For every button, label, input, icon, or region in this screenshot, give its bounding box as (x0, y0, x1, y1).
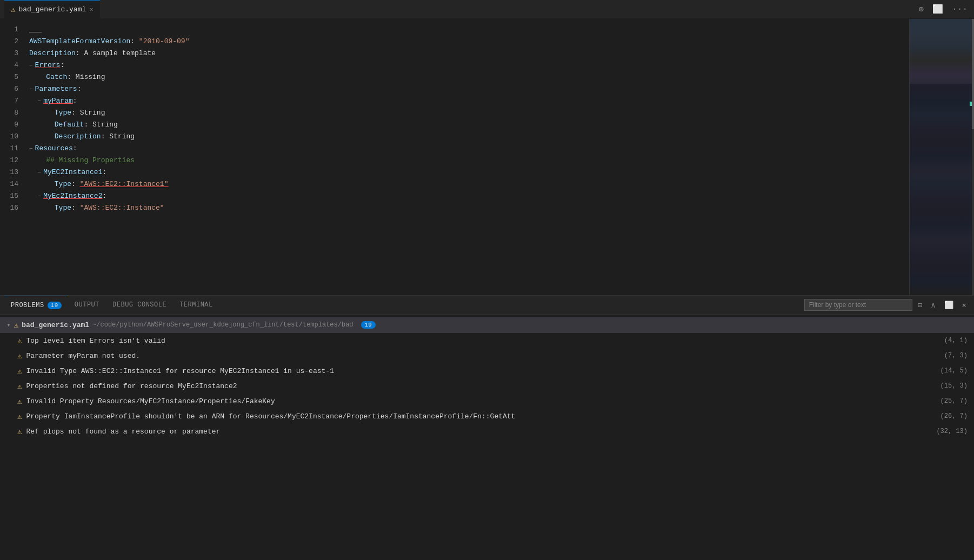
line-number-12: 12 (0, 156, 27, 164)
problem-item-5[interactable]: ⚠ Property IamInstanceProfile shouldn't … (0, 409, 974, 424)
code-line-16: 16 Type: "AWS::EC2::Instance" (0, 202, 909, 214)
problem-pos-6: (32, 13) (936, 428, 968, 435)
problems-list[interactable]: ▾ ⚠ bad_generic.yaml ~/code/python/AWSPr… (0, 315, 974, 560)
problem-text-5: Property IamInstanceProfile shouldn't be… (26, 412, 936, 421)
tab-problems[interactable]: PROBLEMS 19 (4, 296, 68, 315)
panel-tabs: PROBLEMS 19 OUTPUT DEBUG CONSOLE TERMINA… (0, 296, 974, 315)
code-line-6: 6 −Parameters: (0, 83, 909, 95)
line-number-9: 9 (0, 121, 27, 129)
file-collapse-icon: ▾ (6, 321, 11, 329)
more-actions-icon[interactable]: ··· (950, 2, 970, 16)
tab-debug-console[interactable]: DEBUG CONSOLE (106, 296, 173, 315)
line-content-8: Type: String (27, 109, 909, 117)
panel-layout-icon[interactable]: ⬜ (941, 298, 957, 312)
filter-up-icon[interactable]: ∧ (928, 298, 938, 312)
line-content-15: −MyEc2Instance2: (27, 192, 909, 200)
panel-close-icon[interactable]: ✕ (959, 298, 970, 312)
problem-text-4: Invalid Property Resources/MyEC2Instance… (26, 397, 936, 405)
problem-warning-icon-0: ⚠ (17, 336, 22, 345)
tab-bar-actions: ⊕ ⬜ ··· (917, 2, 970, 17)
problem-item-2[interactable]: ⚠ Invalid Type AWS::EC2::Instance1 for r… (0, 363, 974, 378)
problem-text-0: Top level item Errors isn't valid (26, 337, 939, 345)
code-lines: 1 ___ 2 AWSTemplateFormatVersion: "2010-… (0, 19, 909, 218)
code-line-7: 7 −myParam: (0, 95, 909, 106)
code-line-11: 11 −Resources: (0, 142, 909, 154)
problem-item-4[interactable]: ⚠ Invalid Property Resources/MyEC2Instan… (0, 394, 974, 409)
problems-badge: 19 (48, 302, 62, 309)
problem-text-6: Ref plops not found as a resource or par… (26, 428, 932, 436)
code-line-13: 13 −MyEC2Instance1: (0, 166, 909, 178)
tab-output[interactable]: OUTPUT (68, 296, 106, 315)
collapse-all-icon[interactable]: ⊟ (915, 298, 925, 312)
problem-warning-icon-2: ⚠ (17, 366, 22, 376)
problems-panel: PROBLEMS 19 OUTPUT DEBUG CONSOLE TERMINA… (0, 295, 974, 560)
line-content-13: −MyEC2Instance1: (27, 168, 909, 176)
problem-text-3: Properties not defined for resource MyEc… (26, 382, 936, 390)
editor-tab[interactable]: ⚠ bad_generic.yaml ✕ (4, 0, 100, 19)
code-line-9: 9 Default: String (0, 118, 909, 130)
problem-warning-icon-1: ⚠ (17, 351, 22, 361)
problem-item-0[interactable]: ⚠ Top level item Errors isn't valid (4, … (0, 333, 974, 348)
line-content-14: Type: "AWS::EC2::Instance1" (27, 180, 909, 188)
filter-input[interactable] (804, 299, 912, 311)
tab-warning-icon: ⚠ (11, 5, 15, 14)
code-line-1: 1 ___ (0, 23, 909, 35)
split-editor-icon[interactable]: ⬜ (930, 2, 945, 17)
problem-pos-5: (26, 7) (940, 412, 968, 420)
problem-warning-icon-4: ⚠ (17, 397, 22, 406)
tab-bar: ⚠ bad_generic.yaml ✕ ⊕ ⬜ ··· (0, 0, 974, 19)
code-line-14: 14 Type: "AWS::EC2::Instance1" (0, 178, 909, 190)
line-number-2: 2 (0, 37, 27, 45)
problem-warning-icon-5: ⚠ (17, 412, 22, 421)
line-number-7: 7 (0, 97, 27, 105)
problem-pos-4: (25, 7) (940, 397, 968, 405)
problem-item-6[interactable]: ⚠ Ref plops not found as a resource or p… (0, 424, 974, 439)
code-editor[interactable]: 1 ___ 2 AWSTemplateFormatVersion: "2010-… (0, 19, 909, 295)
minimap-highlight (910, 19, 974, 84)
problems-tab-label: PROBLEMS (11, 302, 44, 309)
tab-title: bad_generic.yaml (18, 5, 86, 14)
line-number-5: 5 (0, 73, 27, 81)
code-line-15: 15 −MyEc2Instance2: (0, 190, 909, 202)
problem-pos-3: (15, 3) (940, 382, 968, 390)
code-line-2: 2 AWSTemplateFormatVersion: "2010-09-09" (0, 35, 909, 47)
problem-warning-icon-6: ⚠ (17, 427, 22, 436)
line-content-5: Catch: Missing (27, 73, 909, 81)
line-number-4: 4 (0, 61, 27, 69)
code-line-4: 4 −Errors: (0, 59, 909, 71)
problem-text-2: Invalid Type AWS::EC2::Instance1 for res… (26, 367, 936, 375)
line-content-7: −myParam: (27, 97, 909, 105)
line-number-3: 3 (0, 49, 27, 57)
panel-right-actions: ⊟ ∧ ⬜ ✕ (804, 298, 970, 312)
line-number-10: 10 (0, 132, 27, 141)
line-content-11: −Resources: (27, 144, 909, 152)
search-icon[interactable]: ⊕ (917, 2, 926, 17)
code-line-10: 10 Description: String (0, 130, 909, 142)
output-tab-label: OUTPUT (75, 301, 99, 309)
code-line-12: 12 ## Missing Properties (0, 154, 909, 166)
editor-area: 1 ___ 2 AWSTemplateFormatVersion: "2010-… (0, 19, 974, 295)
line-content-1: ___ (27, 25, 909, 34)
code-line-8: 8 Type: String (0, 106, 909, 118)
file-path: ~/code/python/AWSProServe_user_kddejong_… (92, 321, 353, 329)
line-number-8: 8 (0, 109, 27, 117)
minimap-scrollbar[interactable] (972, 19, 974, 295)
line-content-10: Description: String (27, 132, 909, 141)
problem-item-1[interactable]: ⚠ Parameter myParam not used. (7, 3) (0, 348, 974, 363)
file-warning-icon: ⚠ (14, 321, 18, 330)
line-content-9: Default: String (27, 121, 909, 129)
code-line-5: 5 Catch: Missing (0, 71, 909, 83)
problem-item-3[interactable]: ⚠ Properties not defined for resource My… (0, 378, 974, 394)
problem-pos-1: (7, 3) (944, 352, 968, 359)
minimap[interactable] (909, 19, 974, 295)
line-content-3: Description: A sample template (27, 49, 909, 57)
line-content-16: Type: "AWS::EC2::Instance" (27, 204, 909, 212)
line-content-2: AWSTemplateFormatVersion: "2010-09-09" (27, 37, 909, 45)
line-content-4: −Errors: (27, 61, 909, 69)
problem-pos-0: (4, 1) (944, 337, 968, 344)
tab-terminal[interactable]: TERMINAL (173, 296, 219, 315)
minimap-scrollbar-thumb[interactable] (972, 19, 974, 129)
tab-close-button[interactable]: ✕ (89, 5, 93, 14)
line-content-6: −Parameters: (27, 85, 909, 93)
problem-file-header[interactable]: ▾ ⚠ bad_generic.yaml ~/code/python/AWSPr… (0, 317, 974, 333)
